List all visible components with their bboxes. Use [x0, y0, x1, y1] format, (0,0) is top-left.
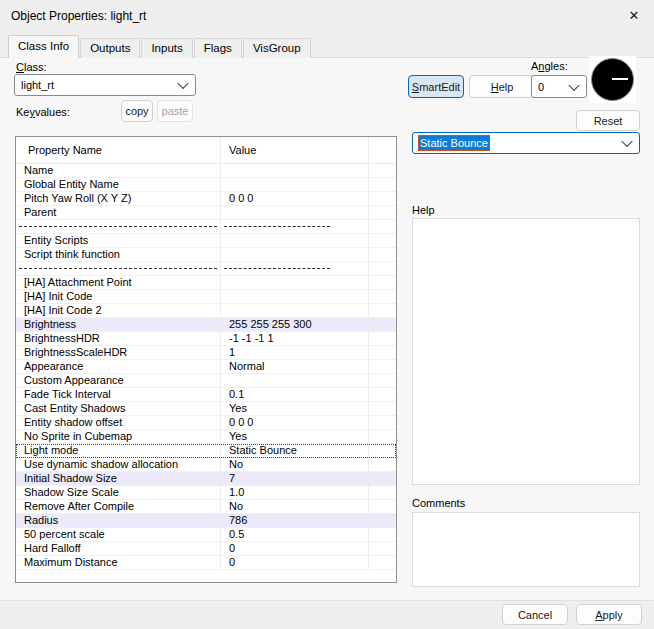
property-value-cell	[221, 304, 369, 317]
property-extra-cell	[369, 402, 396, 415]
reset-button[interactable]: Reset	[576, 110, 640, 131]
property-name-cell: Global Entity Name	[16, 178, 221, 191]
property-name-cell: [HA] Attachment Point	[16, 276, 221, 289]
table-row[interactable]: Initial Shadow Size7	[16, 472, 396, 486]
table-row[interactable]: Light modeStatic Bounce	[16, 444, 396, 458]
column-header-extra	[369, 137, 396, 163]
property-name-cell: Light mode	[16, 444, 221, 457]
property-extra-cell	[369, 500, 396, 513]
table-separator-row	[16, 262, 396, 276]
tab-flags[interactable]: Flags	[194, 38, 242, 58]
table-row[interactable]: Global Entity Name	[16, 178, 396, 192]
property-value-cell: 1.0	[221, 486, 369, 499]
angle-direction-tick	[612, 78, 628, 80]
close-button[interactable]: ✕	[622, 5, 646, 27]
angles-combobox-value: 0	[538, 81, 544, 93]
help-panel-label: Help	[412, 204, 435, 216]
tab-outputs[interactable]: Outputs	[80, 38, 140, 58]
table-row[interactable]: Shadow Size Scale1.0	[16, 486, 396, 500]
table-row[interactable]: No Sprite in CubemapYes	[16, 430, 396, 444]
separator-cell-extra	[369, 262, 396, 275]
class-combobox-value: light_rt	[21, 79, 54, 91]
table-row[interactable]: BrightnessScaleHDR1	[16, 346, 396, 360]
table-row[interactable]: AppearanceNormal	[16, 360, 396, 374]
angles-label: Angles:	[531, 60, 568, 72]
table-row[interactable]: Name	[16, 164, 396, 178]
tab-inputs[interactable]: Inputs	[141, 38, 192, 58]
keyvalue-edit-combobox[interactable]: Static Bounce	[412, 132, 640, 154]
class-label: Class:	[16, 61, 47, 73]
property-name-cell: Brightness	[16, 318, 221, 331]
property-value-cell	[221, 206, 369, 219]
property-name-cell: Maximum Distance	[16, 556, 221, 569]
table-row[interactable]: 50 percent scale0.5	[16, 528, 396, 542]
table-row[interactable]: [HA] Init Code 2	[16, 304, 396, 318]
table-row[interactable]: Entity shadow offset0 0 0	[16, 416, 396, 430]
help-button[interactable]: Help	[469, 75, 535, 98]
property-value-cell: Normal	[221, 360, 369, 373]
table-row[interactable]: Custom Appearance	[16, 374, 396, 388]
column-header-value[interactable]: Value	[221, 137, 369, 163]
table-row[interactable]: Maximum Distance0	[16, 556, 396, 570]
property-value-cell: 0.5	[221, 528, 369, 541]
table-row[interactable]: Radius786	[16, 514, 396, 528]
property-extra-cell	[369, 486, 396, 499]
property-value-cell	[221, 276, 369, 289]
table-row[interactable]: Remove After CompileNo	[16, 500, 396, 514]
table-row[interactable]: Pitch Yaw Roll (X Y Z)0 0 0	[16, 192, 396, 206]
property-value-cell: 786	[221, 514, 369, 527]
apply-button[interactable]: Apply	[576, 604, 642, 625]
property-extra-cell	[369, 290, 396, 303]
property-name-cell: Shadow Size Scale	[16, 486, 221, 499]
property-name-cell: [HA] Init Code	[16, 290, 221, 303]
paste-button[interactable]: paste	[157, 100, 193, 122]
property-value-cell: -1 -1 -1 1	[221, 332, 369, 345]
chevron-down-icon	[621, 136, 632, 147]
table-row[interactable]: Script think function	[16, 248, 396, 262]
comments-label: Comments	[412, 497, 465, 509]
property-extra-cell	[369, 206, 396, 219]
table-row[interactable]: Entity Scripts	[16, 234, 396, 248]
table-row[interactable]: [HA] Attachment Point	[16, 276, 396, 290]
property-value-cell: Yes	[221, 430, 369, 443]
property-table: Property Name Value NameGlobal Entity Na…	[15, 136, 397, 583]
table-row[interactable]: Fade Tick Interval0.1	[16, 388, 396, 402]
table-row[interactable]: [HA] Init Code	[16, 290, 396, 304]
tab-visgroup[interactable]: VisGroup	[243, 38, 311, 58]
class-combobox[interactable]: light_rt	[14, 74, 196, 96]
tab-class-info[interactable]: Class Info	[8, 35, 79, 58]
tab-strip: Class Info Outputs Inputs Flags VisGroup	[8, 36, 312, 58]
table-row[interactable]: BrightnessHDR-1 -1 -1 1	[16, 332, 396, 346]
property-extra-cell	[369, 192, 396, 205]
property-extra-cell	[369, 542, 396, 555]
comments-input[interactable]	[412, 512, 640, 587]
table-row[interactable]: Brightness255 255 255 300	[16, 318, 396, 332]
property-value-cell	[221, 248, 369, 261]
table-row[interactable]: Parent	[16, 206, 396, 220]
table-row[interactable]: Hard Falloff0	[16, 542, 396, 556]
table-row[interactable]: Cast Entity ShadowsYes	[16, 402, 396, 416]
property-extra-cell	[369, 374, 396, 387]
column-header-property-name[interactable]: Property Name	[16, 137, 221, 163]
property-name-cell: Entity Scripts	[16, 234, 221, 247]
angles-combobox[interactable]: 0	[531, 75, 587, 98]
angle-dial[interactable]	[589, 56, 636, 103]
separator-dashes	[16, 262, 221, 275]
property-extra-cell	[369, 416, 396, 429]
property-name-cell: Appearance	[16, 360, 221, 373]
chevron-down-icon	[568, 79, 579, 90]
property-extra-cell	[369, 178, 396, 191]
property-value-cell: 1	[221, 346, 369, 359]
table-row[interactable]: Use dynamic shadow allocationNo	[16, 458, 396, 472]
property-extra-cell	[369, 234, 396, 247]
property-name-cell: 50 percent scale	[16, 528, 221, 541]
copy-button[interactable]: copy	[121, 100, 153, 122]
property-value-cell: 0	[221, 542, 369, 555]
cancel-button[interactable]: Cancel	[502, 604, 568, 625]
property-value-cell	[221, 290, 369, 303]
chevron-down-icon	[177, 78, 188, 89]
property-extra-cell	[369, 360, 396, 373]
smartedit-button[interactable]: SmartEdit	[408, 75, 464, 98]
property-extra-cell	[369, 528, 396, 541]
property-value-cell	[221, 164, 369, 177]
